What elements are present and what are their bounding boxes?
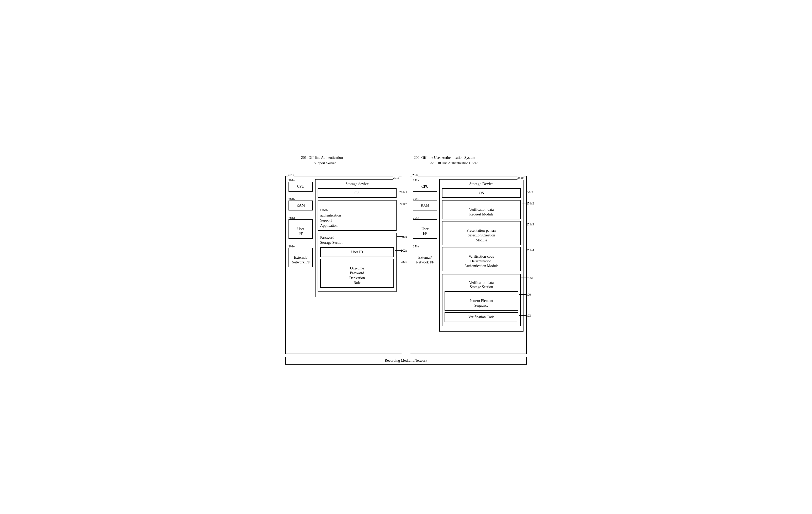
verif-code-inner-box: Verification Code — [444, 312, 518, 322]
password-section-ref: 202 — [402, 235, 407, 239]
verif-req-ref: 251c2 — [526, 202, 534, 206]
storage-title-right: Storage Device — [442, 182, 521, 186]
label-system: 200: Off-line User Authentication System… — [414, 155, 477, 165]
right-system-box: 251a CPU 251b RAM 251d — [410, 176, 527, 354]
pres-pat-box: Presentation-pattern Selection/Creation … — [442, 221, 521, 245]
password-section-title: Password Storage Section — [320, 235, 394, 245]
storage-corner-tr-right: 251c — [518, 176, 523, 180]
verif-code-box-ref: 293 — [526, 314, 531, 318]
ram-box-right: RAM — [413, 201, 437, 210]
cpu-box-right: CPU — [413, 182, 437, 191]
verif-req-box: Verification-data Request Module — [442, 200, 521, 220]
pres-pat-ref: 251c3 — [526, 222, 534, 226]
user-if-box-right: User I/F — [413, 219, 437, 239]
os-ref-left: 201c1 — [400, 190, 407, 194]
storage-col-right: Storage Device OS 251c1 Verification-dat… — [439, 179, 523, 332]
os-box-left: OS — [318, 188, 397, 198]
storage-title-left: Storage device — [318, 182, 397, 186]
ram-box-left: RAM — [289, 201, 313, 210]
os-box-right: OS — [442, 188, 521, 198]
verif-storage-section: Verification-data Storage Section Patter… — [442, 274, 521, 327]
external-box-left: External/ Network I/F — [289, 248, 313, 267]
verif-code-ref: 251c4 — [526, 248, 534, 252]
app-ref-left: 201c2 — [400, 202, 407, 206]
pat-elem-box: Pattern Element Sequence — [444, 291, 518, 311]
bottom-bar: Recording Medium/Network — [285, 357, 527, 365]
system-corner-tl-right: 251a — [412, 173, 418, 177]
diagram-container: 201: Off-line Authentication Support Ser… — [280, 139, 532, 375]
otp-ref: 202b — [401, 260, 407, 264]
external-box-right: External/ Network I/F — [413, 248, 437, 267]
verif-storage-ref: 261 — [529, 276, 533, 280]
user-id-ref: 202a — [401, 249, 407, 253]
verif-storage-title: Verification-data Storage Section — [444, 276, 518, 289]
password-section: Password Storage Section User ID 202a — [318, 233, 397, 292]
verif-code-box: Verification-code Determination/ Authent… — [442, 247, 521, 271]
storage-box-left: Storage device OS 201c1 User- authentica… — [315, 179, 399, 297]
os-ref-right: 251c1 — [526, 190, 533, 194]
user-if-box-left: User I/F — [289, 219, 313, 239]
storage-box-right: Storage Device OS 251c1 Verification-dat… — [439, 179, 523, 332]
left-components-col: 201a CPU 201b RAM 201d — [289, 179, 313, 268]
cpu-box-left: CPU — [289, 182, 313, 191]
storage-col-left: Storage device OS 201c1 User- authentica… — [315, 179, 399, 297]
right-components-col: 251a CPU 251b RAM 251d — [413, 179, 437, 268]
system-corner-tl-left: 201a — [288, 173, 294, 177]
label-server: 201: Off-line Authentication Support Ser… — [301, 155, 343, 166]
user-id-box: User ID — [320, 247, 394, 257]
app-box-left: User- authentication Support Application — [318, 200, 397, 231]
otp-box: One-time Password Derivation Rule — [320, 259, 394, 288]
left-system-box: 201a CPU 201b RAM 201d — [285, 176, 402, 354]
storage-corner-tr-left: 201c — [393, 176, 399, 180]
pat-elem-ref: 290 — [526, 293, 531, 297]
